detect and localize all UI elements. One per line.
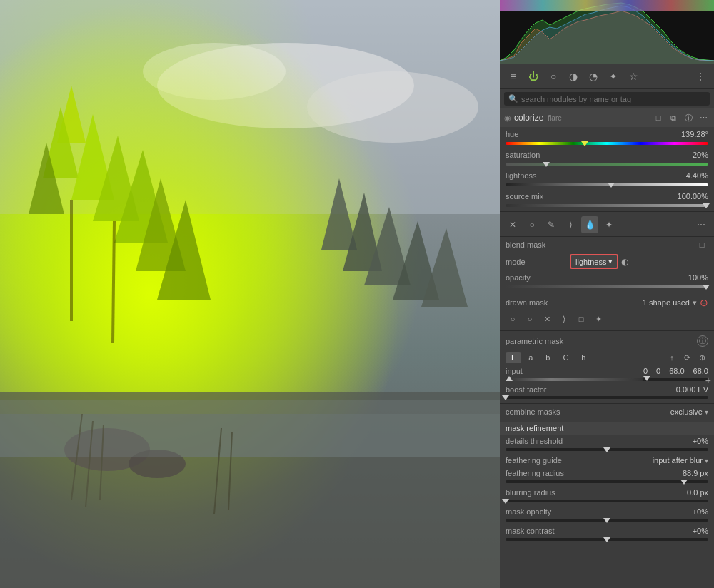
parametric-info-icon[interactable]: ⓘ <box>697 335 708 347</box>
mask-opacity-thumb[interactable] <box>603 518 610 523</box>
lightness-slider-thumb[interactable] <box>608 183 615 188</box>
circle-icon[interactable]: ○ <box>544 67 563 86</box>
combine-chevron-icon: ▾ <box>705 408 708 416</box>
lightness-row: lightness 4.40% <box>500 168 714 183</box>
channel-arrow-icon[interactable]: ↑ <box>665 351 678 364</box>
opacity-value: 100% <box>688 273 708 282</box>
opacity-label: opacity <box>506 273 570 282</box>
channel-reset-icon[interactable]: ⟳ <box>680 351 693 364</box>
blend-mask-copy-btn[interactable]: □ <box>695 238 708 251</box>
shape-ellipse-icon[interactable]: ○ <box>523 312 537 326</box>
details-threshold-slider-wrap <box>500 447 714 454</box>
lightness-label: lightness <box>506 171 570 180</box>
channel-tab-C[interactable]: C <box>557 352 574 363</box>
feathering-guide-label: feathering guide <box>506 456 562 465</box>
search-input[interactable] <box>521 95 705 103</box>
sparkle-icon[interactable]: ✦ <box>604 67 623 86</box>
duplicate-btn[interactable]: ⧉ <box>667 111 680 124</box>
info-btn[interactable]: ⓘ <box>682 111 695 124</box>
shape-chevron-icon[interactable]: ⟩ <box>557 312 571 326</box>
blurring-radius-value: 0.0 px <box>687 488 708 497</box>
saturation-slider-thumb[interactable] <box>543 162 550 167</box>
mask-circle-btn[interactable]: ○ <box>523 216 540 233</box>
mask-contrast-thumb[interactable] <box>603 537 610 542</box>
opacity-row: opacity 100% <box>500 270 714 285</box>
mask-opacity-slider[interactable] <box>506 519 708 522</box>
details-threshold-thumb[interactable] <box>603 447 610 452</box>
sliders-icon[interactable]: ≡ <box>504 67 523 86</box>
channel-extra-icons: ↑ ⟳ ⊕ <box>665 351 708 364</box>
boost-slider-track[interactable] <box>506 396 708 399</box>
module-title: colorize <box>514 113 543 123</box>
feathering-radius-slider[interactable] <box>506 480 708 483</box>
parametric-slider-track[interactable] <box>506 378 708 381</box>
more-icon[interactable]: ⋮ <box>691 67 710 86</box>
feathering-radius-slider-wrap <box>500 480 714 486</box>
channel-tab-b[interactable]: b <box>540 352 555 363</box>
module-icon: ◉ <box>504 113 511 123</box>
half-circle-icon[interactable]: ◑ <box>564 67 583 86</box>
module-controls: □ ⧉ ⓘ ⋯ <box>652 111 710 124</box>
input-val-1: 0 <box>656 367 660 375</box>
boost-factor-value: 0.000 EV <box>676 385 708 394</box>
quarter-circle-icon[interactable]: ◔ <box>584 67 603 86</box>
mask-menu-btn[interactable]: ⋯ <box>693 216 710 233</box>
hue-label: hue <box>506 130 570 138</box>
shape-square-icon[interactable]: □ <box>574 312 588 326</box>
power-icon[interactable]: ⏻ <box>524 67 543 86</box>
opacity-slider-track[interactable] <box>506 285 708 288</box>
drawn-mask-minus-icon[interactable]: ⊖ <box>700 297 708 308</box>
opacity-slider-thumb[interactable] <box>703 285 710 290</box>
blurring-radius-slider[interactable] <box>506 500 708 502</box>
parametric-mask-header: parametric mask ⓘ <box>500 333 714 350</box>
input-val-2: 68.0 <box>669 367 684 375</box>
boost-slider-thumb[interactable] <box>502 395 509 400</box>
parametric-plus-btn[interactable]: + <box>705 375 711 386</box>
channel-add-icon[interactable]: ⊕ <box>695 351 708 364</box>
mask-drop-btn[interactable]: 💧 <box>581 216 598 233</box>
feathering-guide-dropdown-wrap: input after blur ▾ <box>653 456 708 465</box>
shape-circle-icon[interactable]: ○ <box>506 312 520 326</box>
para-thumb-right-bottom[interactable] <box>643 376 650 381</box>
hue-slider-track[interactable] <box>506 142 708 145</box>
channel-tab-a[interactable]: a <box>523 352 538 363</box>
copy-btn[interactable]: □ <box>652 111 665 124</box>
divider-3 <box>500 330 714 331</box>
toolbar-row: ≡ ⏻ ○ ◑ ◔ ✦ ☆ ⋮ <box>500 64 714 89</box>
blurring-radius-thumb[interactable] <box>502 499 509 504</box>
drawn-mask-row: drawn mask 1 shape used ▾ ⊖ <box>500 295 714 310</box>
channel-tab-h[interactable]: h <box>575 352 591 363</box>
shape-sparkle-icon[interactable]: ✦ <box>591 312 605 326</box>
para-thumb-left-bottom[interactable] <box>506 376 513 381</box>
mask-x-btn[interactable]: ✕ <box>504 216 521 233</box>
mask-refinement-header: mask refinement <box>500 422 714 435</box>
details-threshold-value: +0% <box>693 437 708 445</box>
mode-dropdown[interactable]: lightness ▾ <box>570 254 618 269</box>
lightness-slider-container <box>500 183 714 189</box>
mask-contrast-slider[interactable] <box>506 538 708 541</box>
drawn-mask-label: drawn mask <box>506 298 548 307</box>
channel-tab-L[interactable]: L <box>506 352 521 363</box>
hue-row: hue 139.28° <box>500 127 714 141</box>
details-threshold-slider[interactable] <box>506 448 708 451</box>
saturation-row: saturation 20% <box>500 148 714 162</box>
search-icon: 🔍 <box>508 94 518 103</box>
shape-info: 1 shape used <box>643 298 690 307</box>
feathering-guide-row: feathering guide input after blur ▾ <box>500 454 714 467</box>
shape-x-icon[interactable]: ✕ <box>540 312 554 326</box>
hue-slider-thumb[interactable] <box>581 141 588 146</box>
source-mix-slider-thumb[interactable] <box>703 203 710 208</box>
svg-rect-34 <box>500 0 714 11</box>
mask-contrast-row: mask contrast +0% <box>500 524 714 537</box>
saturation-slider-track[interactable] <box>506 163 708 166</box>
mask-star-btn[interactable]: ✦ <box>600 216 618 233</box>
mask-chevron-btn[interactable]: ⟩ <box>562 216 579 233</box>
star-icon[interactable]: ☆ <box>624 67 643 86</box>
lightness-slider-track[interactable] <box>506 183 708 186</box>
feathering-radius-thumb[interactable] <box>680 480 688 485</box>
mask-pencil-btn[interactable]: ✎ <box>543 216 560 233</box>
module-menu-btn[interactable]: ⋯ <box>697 111 710 124</box>
source-mix-slider-track[interactable] <box>506 204 708 207</box>
module-subtitle: flare <box>548 114 561 122</box>
input-val-0: 0 <box>643 367 648 375</box>
